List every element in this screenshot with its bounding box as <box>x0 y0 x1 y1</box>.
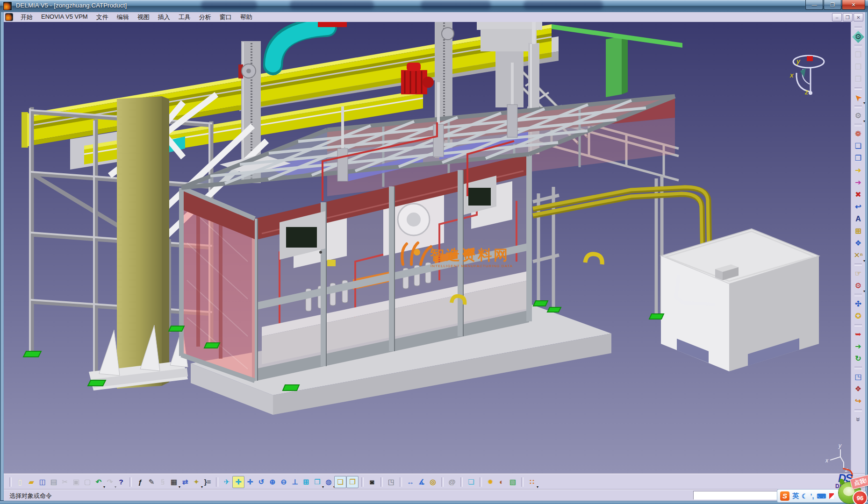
dpm-update-icon[interactable]: ↻ <box>852 353 864 365</box>
zoom-in-icon[interactable]: ⊕ <box>267 476 278 488</box>
toolbar-separator <box>361 477 364 487</box>
knowledge-comment-icon[interactable]: ✎ <box>146 476 157 488</box>
apply-material-icon[interactable]: ◐ <box>496 476 507 488</box>
notification-badge[interactable]: 96 <box>853 490 868 504</box>
doc-close-button[interactable]: ✕ <box>854 13 863 21</box>
swap-visible-space-icon[interactable]: ❐ <box>346 476 359 488</box>
paste-icon[interactable]: ▢ <box>82 476 93 488</box>
close-button[interactable]: ✕ <box>842 0 865 10</box>
product-structure-c-icon[interactable]: ❒ <box>852 73 864 85</box>
product-structure-b-icon[interactable]: ❒ <box>852 61 864 73</box>
new-document-icon[interactable]: ▯ <box>14 476 26 488</box>
undo-icon[interactable]: ↶▾ <box>93 476 104 488</box>
smart-pick-icon[interactable]: ⚙▾ <box>852 110 864 122</box>
measure-inertia-icon[interactable]: ◎ <box>427 476 438 488</box>
iso-view-icon[interactable]: ❒▾ <box>312 476 323 488</box>
quad-view-icon[interactable]: ⊞ <box>301 476 312 488</box>
camera-icon[interactable]: ◙ <box>366 476 378 488</box>
delete-item-icon[interactable]: ✖ <box>852 189 864 201</box>
dpm-run-icon[interactable]: ➜ <box>852 341 864 353</box>
snapshot-icon[interactable]: ✪ <box>852 310 864 322</box>
menu-文件[interactable]: 文件 <box>92 12 113 22</box>
workbench-gears-icon[interactable]: ⚙ <box>852 31 864 43</box>
normal-view-icon[interactable]: ⊥ <box>289 476 301 488</box>
text-annotation-icon[interactable]: A <box>852 213 864 225</box>
watermark-subtitle: INTELLIGENT MANUFACTURING DATA <box>430 264 513 268</box>
menu-窗口[interactable]: 窗口 <box>215 12 236 22</box>
menu-工具[interactable]: 工具 <box>174 12 195 22</box>
measure-between-icon[interactable]: ↔ <box>405 476 416 488</box>
restore-button[interactable]: ❐ <box>824 0 841 10</box>
rotate-icon[interactable]: ↺ <box>256 476 267 488</box>
white-cabinet[interactable] <box>661 229 819 371</box>
structure-swap-icon[interactable]: ⇄ <box>179 476 191 488</box>
title-bar[interactable]: DELMIA V5 - [zongzhuang.CATProduct] — ❐ … <box>0 0 868 12</box>
update-icon[interactable]: @ <box>446 476 458 488</box>
doc-minimize-button[interactable]: – <box>832 13 842 21</box>
ime-moon-icon[interactable]: ☾ <box>802 492 808 500</box>
catalog-browser-icon[interactable]: ✹ <box>485 476 496 488</box>
document-icon[interactable] <box>6 14 13 21</box>
save-icon[interactable]: ◫ <box>37 476 48 488</box>
toolbar-separator <box>854 263 862 266</box>
more-tools-icon[interactable]: » <box>852 413 864 426</box>
explode-view-icon[interactable]: ✣ <box>852 298 864 310</box>
render-style-icon[interactable]: ◍▾ <box>323 476 334 488</box>
tree-arrow-icon[interactable]: ↪ <box>852 395 864 407</box>
dpm-load-icon[interactable]: ➥ <box>852 328 864 341</box>
reset-tree-icon[interactable]: ↩ <box>852 201 864 213</box>
knowledge-inspector-icon[interactable]: § <box>157 476 168 488</box>
fit-all-in-icon[interactable]: ✛ <box>232 476 244 488</box>
fly-mode-icon[interactable]: ✈ <box>221 476 232 488</box>
what-is-this-icon[interactable]: ? <box>115 476 127 488</box>
copy-icon[interactable]: ▣ <box>71 476 82 488</box>
snap-grid-icon[interactable]: ∷▾ <box>526 476 538 488</box>
design-table-icon[interactable]: ▦▾ <box>168 476 179 488</box>
redo-icon[interactable]: ↷▾ <box>104 476 115 488</box>
grab-item-icon[interactable]: ☞ <box>852 268 864 280</box>
print-icon[interactable]: ▤ <box>48 476 59 488</box>
turntable-icon[interactable]: ◳ <box>386 476 397 488</box>
sectioning-icon[interactable]: ❏ <box>466 476 477 488</box>
ime-language-toggle[interactable]: 英 <box>792 492 799 500</box>
menu-分析[interactable]: 分析 <box>195 12 215 22</box>
gear-analysis-icon[interactable]: ⚙▾ <box>852 280 864 292</box>
open-catalog-doc-icon[interactable]: ❏ <box>852 140 864 152</box>
multi-instance-icon[interactable]: ✕ⁿ▾ <box>852 249 864 262</box>
doc-settings-icon[interactable]: ❐ <box>852 152 864 164</box>
load-box-icon[interactable]: ⊞ <box>852 225 864 237</box>
zoom-out-icon[interactable]: ⊖ <box>278 476 289 488</box>
toolbar-separator <box>854 87 862 90</box>
machine-pink-panel[interactable] <box>181 188 255 381</box>
viewport-3d[interactable]: 智造资料网 INTELLIGENT MANUFACTURING DATA x y… <box>4 22 851 474</box>
lock-icon[interactable]: ✦▾ <box>191 476 202 488</box>
ime-punctuation-toggle[interactable]: ’, <box>811 492 814 500</box>
process-library-icon[interactable]: ❁ <box>852 128 864 140</box>
save-initial-state-icon[interactable]: ➜ <box>852 164 864 177</box>
ime-logo-icon[interactable]: S <box>780 491 789 501</box>
menu-ENOVIA V5 VPM[interactable]: ENOVIA V5 VPM <box>37 12 92 22</box>
cut-icon[interactable]: ✂ <box>59 476 71 488</box>
tree-structure-icon[interactable]: ❖ <box>852 237 864 249</box>
formula-icon[interactable]: ƒ <box>135 476 146 488</box>
menu-开始[interactable]: 开始 <box>16 12 37 22</box>
ime-flag-icon[interactable] <box>829 493 834 499</box>
export-data-icon[interactable]: ➜ <box>852 177 864 189</box>
open-folder-icon[interactable]: ▰ <box>26 476 37 488</box>
pan-icon[interactable]: ✛ <box>244 476 256 488</box>
hide-show-icon[interactable]: ❏ <box>334 476 346 488</box>
tree-cubes-icon[interactable]: ❖ <box>852 383 864 395</box>
equivalent-dimensions-icon[interactable]: }= <box>202 476 213 488</box>
cube-tree-icon[interactable]: ◳ <box>852 371 864 383</box>
menu-编辑[interactable]: 编辑 <box>113 12 133 22</box>
graph-analysis-icon[interactable]: ▧ <box>507 476 518 488</box>
doc-restore-button[interactable]: ❒ <box>843 13 853 21</box>
menu-帮助[interactable]: 帮助 <box>236 12 257 22</box>
select-icon[interactable]: ➤▾ <box>852 92 864 104</box>
measure-item-icon[interactable]: ∡ <box>416 476 427 488</box>
menu-插入[interactable]: 插入 <box>154 12 174 22</box>
menu-视图[interactable]: 视图 <box>133 12 154 22</box>
product-structure-a-icon[interactable]: ❒ <box>852 49 864 61</box>
ime-keyboard-icon[interactable]: ⌨ <box>817 492 826 500</box>
minimize-button[interactable]: — <box>805 0 823 10</box>
